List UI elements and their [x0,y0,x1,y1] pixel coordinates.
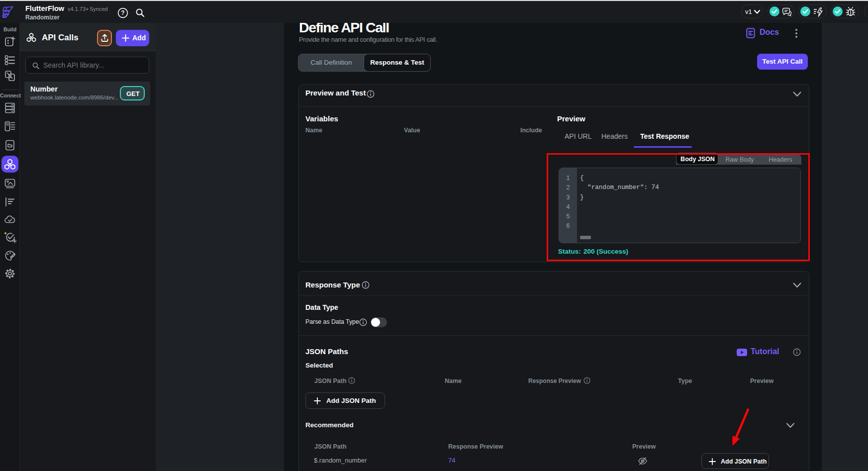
svg-text:?: ? [121,9,124,16]
